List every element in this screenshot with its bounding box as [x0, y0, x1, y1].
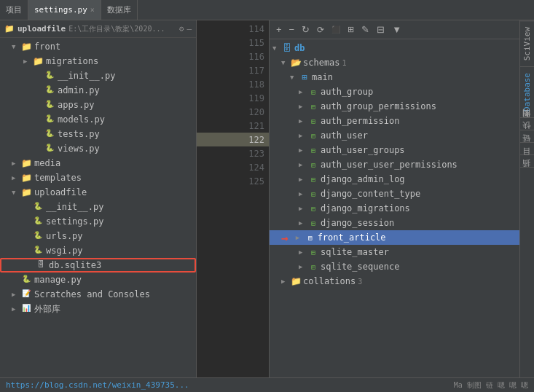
sidebar-tab-zhi[interactable]: 制图 [519, 117, 534, 130]
tree-label-uploadfile: uploadfile [34, 187, 87, 197]
db-collapse-button[interactable]: ⊟ [374, 23, 387, 36]
tab-database[interactable]: 数据库 [101, 0, 138, 20]
tree-item-media[interactable]: ▶ 📁 media [0, 156, 196, 170]
db-item-auth-group[interactable]: ▶ ⊞ auth_group [270, 85, 519, 99]
tree-item-models-py[interactable]: 🐍 models.py [0, 112, 196, 127]
tree-item-db-sqlite3[interactable]: 🗄 db.sqlite3 [0, 258, 196, 273]
db-item-django-admin-log[interactable]: ▶ ⊞ django_admin_log [270, 172, 519, 187]
db-collations-badge: 3 [358, 278, 362, 286]
db-table-icon-sqlite-sequence: ⊞ [307, 263, 319, 271]
status-url-link[interactable]: https://blog.csdn.net/weixin_439735... [6, 380, 189, 390]
arrow-templates: ▶ [12, 174, 20, 181]
db-arrow-auth-perm: ▶ [299, 117, 307, 125]
db-edit-button[interactable]: ✎ [359, 23, 372, 36]
db-refresh-button[interactable]: ↻ [299, 23, 312, 36]
db-label-sqlite-master: sqlite_master [321, 247, 389, 257]
db-item-django-session[interactable]: ▶ ⊞ django_session [270, 216, 519, 230]
tree-item-admin-py[interactable]: 🐍 admin.py [0, 83, 196, 98]
db-item-auth-user[interactable]: ▶ ⊞ auth_user [270, 128, 519, 143]
folder-icon-uploadfile: 📁 [20, 187, 32, 197]
py-icon-init: 🐍 [44, 71, 55, 81]
db-table-icon-auth-group: ⊞ [307, 88, 319, 96]
tree-item-wsgi-py[interactable]: 🐍 wsgi.py [0, 243, 196, 258]
tree-item-tests-py[interactable]: 🐍 tests.py [0, 127, 196, 141]
db-schema-icon: 📂 [290, 58, 302, 68]
tree-item-init-py[interactable]: 🐍 __init__.py [0, 68, 196, 83]
line-115: 115 [197, 36, 269, 50]
db-arrow-auth-user: ▶ [299, 132, 307, 139]
db-item-sqlite-master[interactable]: ▶ ⊞ sqlite_master [270, 245, 519, 259]
db-item-schemas[interactable]: ▼ 📂 schemas 1 [270, 55, 519, 70]
db-arrow-django-content: ▶ [299, 190, 307, 197]
tree-label-media: media [34, 158, 60, 168]
tab-project[interactable]: 项目 [0, 0, 28, 20]
sidebar-tab-mu[interactable]: 目 [519, 154, 534, 167]
db-item-auth-permission[interactable]: ▶ ⊞ auth_permission [270, 114, 519, 128]
tree-label-views-py: views.py [58, 144, 100, 154]
tree-item-settings-py[interactable]: 🐍 settings.py [0, 214, 196, 229]
db-table-icon-django-session: ⊞ [307, 219, 319, 227]
line-121: 121 [197, 119, 269, 133]
tree-label-settings-py: settings.py [46, 216, 103, 227]
db-stop-button[interactable]: ⬛ [329, 25, 342, 34]
sidebar-tab-kuai[interactable]: 快 [519, 130, 534, 142]
db-remove-button[interactable]: − [287, 23, 297, 36]
tree-item-manage-py[interactable]: 🐍 manage.py [0, 273, 196, 287]
minimize-icon[interactable]: — [186, 24, 192, 34]
py-icon-apps: 🐍 [44, 100, 55, 110]
db-item-front-article[interactable]: → ▶ ⊞ front_article [270, 230, 519, 245]
sidebar-tab-cha[interactable]: 插 [519, 167, 534, 179]
db-label-django-admin: django_admin_log [321, 174, 405, 184]
folder-icon-templates: 📁 [20, 173, 32, 183]
tree-item-external-lib[interactable]: ▶ 📊 外部库 [0, 302, 196, 316]
tree-item-uploadfile[interactable]: ▼ 📁 uploadfile [0, 185, 196, 200]
db-filter-button[interactable]: ▼ [390, 23, 404, 36]
tree-item-urls-py[interactable]: 🐍 urls.py [0, 229, 196, 243]
sidebar-tab-sciview[interactable]: SciView [520, 20, 534, 66]
arrow-scratches: ▶ [12, 291, 20, 298]
db-item-django-migrations[interactable]: ▶ ⊞ django_migrations [270, 201, 519, 216]
db-item-auth-user-user-perm[interactable]: ▶ ⊞ auth_user_user_permissions [270, 157, 519, 172]
tree-label-db-sqlite3: db.sqlite3 [49, 260, 101, 270]
db-front-article-arrow-indicator: → [281, 231, 288, 245]
left-panel-project: 📁 uploadfile E:\工作目录\教案\2020... ⚙ — ▼ 📁 … [0, 20, 197, 377]
tree-item-init-py2[interactable]: 🐍 __init__.py [0, 200, 196, 214]
tree-item-scratches[interactable]: ▶ 📝 Scratches and Consoles [0, 287, 196, 302]
db-label-auth-user-groups: auth_user_groups [321, 145, 405, 155]
tree-label-models-py: models.py [58, 114, 105, 125]
db-table-button[interactable]: ⊞ [345, 24, 356, 35]
db-item-root[interactable]: ▼ 🗄 db [270, 41, 519, 55]
tree-item-templates[interactable]: ▶ 📁 templates [0, 170, 196, 185]
db-table-icon-django-content: ⊞ [307, 190, 319, 198]
sidebar-tab-database[interactable]: Database [520, 66, 534, 117]
tree-item-views-py[interactable]: 🐍 views.py [0, 141, 196, 156]
tree-item-migrations[interactable]: ▶ 📁 migrations [0, 54, 196, 68]
tree-label-migrations: migrations [46, 56, 98, 66]
arrow-media: ▶ [12, 160, 20, 167]
tree-label-scratches: Scratches and Consoles [34, 289, 150, 299]
sidebar-tab-lian[interactable]: 链 [519, 142, 534, 154]
tree-item-front[interactable]: ▼ 📁 front [0, 39, 196, 54]
db-label-auth-user: auth_user [321, 130, 368, 141]
py-icon-models: 🐍 [44, 114, 55, 125]
db-table-icon-sqlite-master: ⊞ [307, 248, 319, 256]
db-arrow-auth-user-groups: ▶ [299, 146, 307, 154]
settings-icon[interactable]: ⚙ [179, 24, 184, 34]
db-sync-button[interactable]: ⟳ [315, 24, 326, 36]
tab-settings-close[interactable]: × [90, 6, 95, 14]
db-item-auth-user-groups[interactable]: ▶ ⊞ auth_user_groups [270, 143, 519, 157]
db-collations-label: collations [303, 276, 356, 286]
line-120: 120 [197, 105, 269, 119]
db-item-django-content-type[interactable]: ▶ ⊞ django_content_type [270, 187, 519, 201]
db-item-collations[interactable]: ▶ 📁 collations 3 [270, 274, 519, 289]
db-item-sqlite-sequence[interactable]: ▶ ⊞ sqlite_sequence [270, 259, 519, 274]
db-label-auth-group-perm: auth_group_permissions [321, 101, 436, 111]
db-item-main[interactable]: ▼ ⊞ main [270, 70, 519, 85]
tab-settings[interactable]: settings.py × [28, 0, 101, 20]
db-add-button[interactable]: + [274, 23, 284, 36]
db-collations-icon: 📁 [290, 276, 302, 286]
status-extra: Ma 制图 链 嗯 嗯 嗯 [454, 380, 528, 391]
db-item-auth-group-permissions[interactable]: ▶ ⊞ auth_group_permissions [270, 99, 519, 114]
db-arrow-django-session: ▶ [299, 219, 307, 227]
tree-item-apps-py[interactable]: 🐍 apps.py [0, 98, 196, 112]
